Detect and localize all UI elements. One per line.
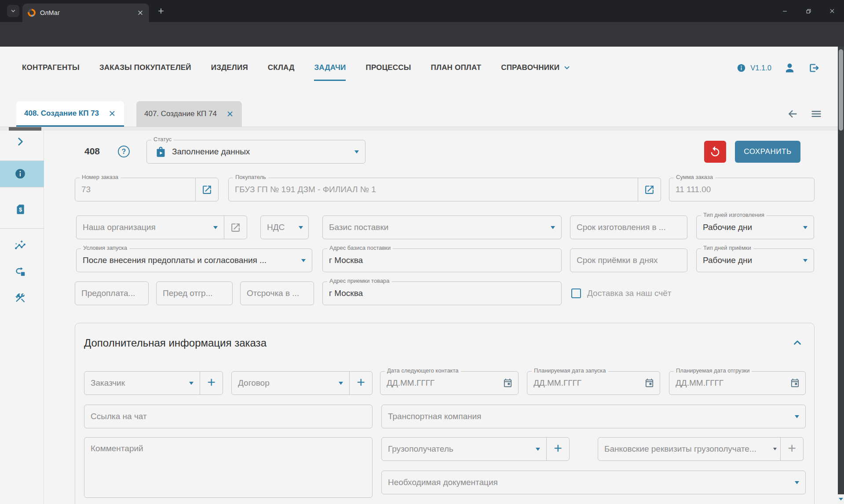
consignee-placeholder: Грузополучатель	[382, 444, 536, 454]
checkbox-icon[interactable]	[571, 289, 581, 298]
production-days-type-label: Тип дней изготовления	[701, 212, 767, 218]
tabs-back-icon[interactable]	[786, 108, 799, 120]
status-label: Статус	[151, 136, 174, 142]
planned-launch-date-field[interactable]: Планируемая дата запуска	[527, 371, 660, 395]
browser-tab[interactable]: ОлМаг	[22, 4, 149, 22]
next-contact-date-input[interactable]	[380, 378, 503, 388]
nav-item-zadachi[interactable]: ЗАДАЧИ	[314, 55, 346, 81]
add-customer-button[interactable]: +	[200, 372, 223, 394]
chevron-down-icon	[795, 481, 799, 484]
info-icon[interactable]	[15, 168, 26, 179]
acceptance-term-input[interactable]	[570, 256, 687, 265]
analytics-icon[interactable]	[15, 240, 26, 251]
basis-address-field[interactable]: Адрес базиса поставки г Москва	[322, 248, 562, 272]
money-document-icon[interactable]: $	[15, 204, 26, 215]
restore-button[interactable]	[797, 0, 820, 22]
plus-icon: +	[207, 375, 216, 389]
contract-select[interactable]: Договор +	[231, 371, 373, 395]
nav-item-zakazy[interactable]: ЗАКАЗЫ ПОКУПАТЕЛЕЙ	[99, 55, 191, 81]
transport-company-select[interactable]: Транспортная компания	[381, 405, 806, 428]
help-icon[interactable]: ?	[118, 146, 130, 157]
our-organization-select[interactable]: Наша организация	[76, 215, 247, 239]
order-number-label: Номер заказа	[80, 174, 121, 180]
tabs-menu-icon[interactable]	[810, 108, 822, 120]
version-info[interactable]: V1.1.0	[737, 63, 771, 73]
task-tab-408[interactable]: 408. Создание КП 73	[16, 101, 124, 127]
new-tab-button[interactable]	[155, 5, 167, 17]
tab-search-button[interactable]	[7, 5, 19, 17]
production-days-type-select[interactable]: Тип дней изготовления Рабочие дни	[696, 215, 814, 239]
open-buyer-cell[interactable]	[638, 178, 661, 201]
status-select[interactable]: Статус Заполнение данных	[146, 140, 365, 164]
comment-textarea[interactable]	[84, 437, 373, 498]
tab-close-icon[interactable]	[137, 9, 144, 16]
nav-item-plan-oplat[interactable]: ПЛАН ОПЛАТ	[431, 55, 482, 81]
open-organization-cell[interactable]	[224, 216, 247, 239]
refresh-icon	[709, 146, 721, 158]
deferral-input[interactable]	[241, 289, 314, 298]
close-icon[interactable]	[226, 110, 234, 118]
contract-placeholder: Договор	[232, 378, 339, 388]
acceptance-address-field[interactable]: Адрес приемки товара г Москва	[322, 281, 562, 305]
collapse-section-icon[interactable]	[792, 337, 803, 348]
production-term-input[interactable]	[570, 223, 687, 232]
buyer-value: ГБУЗ ГП № 191 ДЗМ - ФИЛИАЛ № 1	[229, 185, 638, 194]
our-organization-placeholder: Наша организация	[77, 223, 213, 232]
planned-launch-date-label: Планируемая дата запуска	[532, 368, 608, 373]
minimize-button[interactable]	[773, 0, 797, 22]
chat-link-input[interactable]	[84, 412, 372, 421]
process-icon[interactable]	[15, 266, 26, 278]
tools-icon[interactable]	[15, 292, 26, 303]
page-scrollbar-thumb[interactable]	[839, 49, 843, 131]
logout-icon[interactable]	[808, 62, 820, 74]
calendar-icon[interactable]	[644, 378, 654, 388]
tab-scrollbar-track[interactable]	[0, 127, 838, 131]
customer-select[interactable]: Заказчик +	[84, 371, 223, 395]
add-consignee-button[interactable]: +	[546, 438, 569, 460]
external-link-icon	[201, 184, 212, 195]
info-icon	[737, 63, 746, 73]
sidebar-expand-button[interactable]	[15, 136, 26, 147]
chevron-down-icon	[301, 259, 306, 262]
consignee-select[interactable]: Грузополучатель +	[381, 437, 570, 461]
vat-select[interactable]: НДС	[260, 215, 309, 239]
close-button[interactable]	[820, 0, 844, 22]
delivery-expense-label: Доставка за наш счёт	[587, 289, 671, 298]
nav-item-sklad[interactable]: СКЛАД	[268, 55, 295, 81]
browser-tab-title: ОлМаг	[40, 9, 137, 16]
calendar-icon[interactable]	[503, 378, 513, 388]
launch-conditions-select[interactable]: Условия запуска После внесения предоплат…	[76, 248, 312, 272]
external-link-icon	[230, 222, 241, 233]
planned-shipment-date-input[interactable]	[669, 378, 790, 388]
chevron-down-icon	[213, 226, 218, 229]
planned-shipment-date-field[interactable]: Планируемая дата отгрузки	[669, 371, 806, 395]
nav-item-processy[interactable]: ПРОЦЕССЫ	[365, 55, 411, 81]
consignee-bank-details-select[interactable]: Банковские реквизиты грузополучате... +	[598, 437, 804, 461]
basis-address-label: Адрес базиса поставки	[327, 245, 393, 251]
nav-item-izdeliya[interactable]: ИЗДЕЛИЯ	[211, 55, 248, 81]
required-documentation-select[interactable]: Необходимая документация	[381, 471, 806, 494]
acceptance-days-type-select[interactable]: Тип дней приёмки Рабочие дни	[696, 248, 814, 272]
scrollbar-down-button[interactable]	[838, 494, 844, 504]
reset-button[interactable]	[704, 141, 726, 163]
save-button[interactable]: СОХРАНИТЬ	[735, 141, 800, 163]
user-icon[interactable]	[784, 62, 796, 74]
open-order-cell[interactable]	[195, 178, 218, 201]
tab-scrollbar-thumb[interactable]	[9, 127, 41, 131]
buyer-label: Покупатель	[233, 174, 268, 180]
delivery-basis-select[interactable]: Базис поставки	[322, 215, 562, 239]
consignee-bank-details-placeholder: Банковские реквизиты грузополучате...	[598, 444, 773, 454]
browser-toolbar: orders.regina.fvds.ru/tasks/019ce24c-851…	[0, 22, 844, 47]
close-icon[interactable]	[108, 110, 116, 117]
nav-item-spravochniki[interactable]: СПРАВОЧНИКИ	[501, 55, 571, 81]
planned-launch-date-input[interactable]	[527, 378, 644, 388]
task-tab-407[interactable]: 407. Создание КП 74	[136, 101, 242, 127]
before-shipment-input[interactable]	[157, 289, 232, 298]
add-bank-details-button[interactable]: +	[780, 438, 803, 460]
prepayment-input[interactable]	[75, 289, 148, 298]
add-contract-button[interactable]: +	[349, 372, 372, 394]
next-contact-date-field[interactable]: Дата следующего контакта	[380, 371, 519, 395]
nav-item-kontragenty[interactable]: КОНТРАГЕНТЫ	[22, 55, 80, 81]
chevron-down-icon	[563, 64, 571, 72]
calendar-icon[interactable]	[790, 378, 800, 388]
